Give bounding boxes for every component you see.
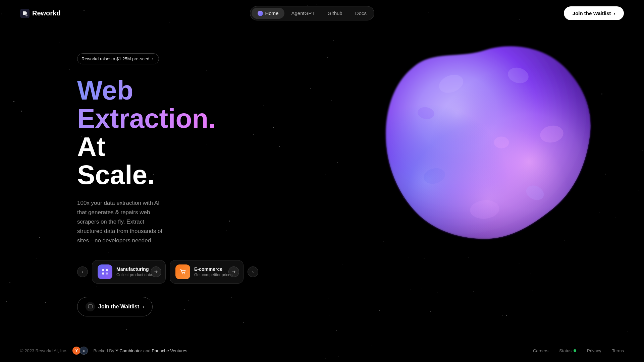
nav-github-label: Github	[328, 10, 342, 16]
svg-point-12	[524, 183, 546, 202]
manufacturing-desc: Collect product data	[116, 273, 152, 277]
svg-point-7	[184, 274, 185, 274]
ecommerce-action-button[interactable]	[228, 266, 239, 277]
nav-agentgpt-label: AgentGPT	[291, 10, 315, 16]
nav-cta-button[interactable]: Join the Waitlist ›	[564, 6, 624, 20]
svg-point-10	[506, 65, 530, 85]
hero-title-white: At Scale.	[77, 132, 155, 190]
careers-label: Careers	[533, 348, 548, 353]
nav-cta-label: Join the Waitlist	[573, 10, 611, 16]
nav-docs-label: Docs	[355, 10, 367, 16]
announcement-arrow: ›	[152, 57, 153, 61]
hero-cta-label: Join the Waitlist	[98, 304, 139, 310]
privacy-label: Privacy	[587, 348, 601, 353]
use-cases: ‹ Manufacturing Collect product data	[77, 260, 168, 284]
nav-cta-arrow: ›	[613, 11, 615, 16]
announcement-text: Reworkd raises a $1.25M pre-seed	[82, 56, 149, 61]
manufacturing-text: Manufacturing Collect product data	[116, 266, 152, 277]
blob-visual	[359, 17, 610, 268]
footer-privacy-link[interactable]: Privacy	[587, 348, 601, 353]
nav-links: Home AgentGPT Github Docs	[250, 6, 374, 20]
hero-title: Web Extraction. At Scale.	[77, 76, 168, 189]
svg-point-13	[422, 166, 447, 186]
svg-point-16	[494, 137, 509, 148]
svg-rect-8	[88, 305, 92, 308]
home-icon	[258, 11, 263, 16]
yc-badge-label: Y	[75, 349, 78, 353]
yc-link[interactable]: Y Combinator	[115, 348, 142, 353]
footer-terms-link[interactable]: Terms	[612, 348, 624, 353]
footer-badges: Y ◈	[72, 347, 88, 355]
navbar: Reworkd Home AgentGPT Github Docs Join t…	[0, 0, 644, 26]
panache-link[interactable]: Panache Ventures	[152, 348, 187, 353]
footer-copyright: © 2023 Reworkd AI, Inc.	[20, 348, 67, 353]
svg-point-15	[469, 199, 500, 220]
svg-rect-3	[106, 269, 108, 271]
svg-rect-5	[106, 273, 108, 275]
svg-point-9	[436, 72, 466, 96]
terms-label: Terms	[612, 348, 624, 353]
nav-docs[interactable]: Docs	[349, 8, 373, 19]
footer-status-link[interactable]: Status	[559, 348, 576, 353]
svg-point-1	[25, 14, 28, 16]
manufacturing-icon	[98, 264, 112, 279]
footer-careers-link[interactable]: Careers	[533, 348, 548, 353]
svg-rect-4	[102, 273, 104, 275]
svg-point-6	[182, 274, 183, 274]
hero-cta-arrow: ›	[143, 304, 144, 309]
cta-icon	[86, 302, 95, 311]
svg-point-11	[539, 124, 565, 144]
announcement-badge[interactable]: Reworkd raises a $1.25M pre-seed ›	[77, 53, 159, 64]
svg-point-14	[417, 106, 435, 120]
hero-section: Reworkd raises a $1.25M pre-seed › Web E…	[0, 26, 235, 316]
manufacturing-name: Manufacturing	[116, 266, 152, 272]
ecommerce-name: E-commerce	[194, 266, 232, 272]
logo-text: Reworkd	[32, 9, 60, 17]
footer-right: Careers Status Privacy Terms	[533, 348, 624, 353]
logo[interactable]: Reworkd	[20, 9, 60, 18]
ecommerce-desc: Get competitor prices	[194, 273, 232, 277]
svg-rect-2	[102, 269, 104, 271]
nav-home-label: Home	[265, 10, 278, 16]
footer-backed-text: Backed By Y Combinator and Panache Ventu…	[93, 348, 187, 353]
manufacturing-action-button[interactable]	[151, 266, 161, 277]
panache-badge: ◈	[80, 347, 88, 355]
prev-arrow-icon: ‹	[82, 269, 84, 275]
use-case-ecommerce[interactable]: E-commerce Get competitor prices	[170, 260, 244, 284]
panache-badge-label: ◈	[83, 349, 85, 353]
footer-left: © 2023 Reworkd AI, Inc. Y ◈ Backed By Y …	[20, 347, 187, 355]
use-cases-prev-button[interactable]: ‹	[77, 266, 88, 277]
hero-subtitle-text: 100x your data extraction with AI that g…	[77, 200, 162, 244]
logo-icon	[20, 9, 30, 18]
blob-svg	[359, 17, 610, 268]
footer: © 2023 Reworkd AI, Inc. Y ◈ Backed By Y …	[0, 339, 644, 362]
use-cases-next-button[interactable]: ›	[248, 266, 258, 277]
next-arrow-icon: ›	[252, 269, 254, 275]
status-indicator	[574, 349, 576, 352]
nav-agentgpt[interactable]: AgentGPT	[285, 8, 321, 19]
hero-title-gradient: Web Extraction.	[77, 75, 216, 133]
nav-github[interactable]: Github	[322, 8, 348, 19]
hero-cta-button[interactable]: Join the Waitlist ›	[77, 297, 153, 316]
hero-subtitle: 100x your data extraction with AI that g…	[77, 198, 168, 245]
yc-badge: Y	[72, 347, 80, 355]
ecommerce-text: E-commerce Get competitor prices	[194, 266, 232, 277]
ecommerce-icon	[175, 264, 190, 279]
status-label: Status	[559, 348, 572, 353]
nav-home[interactable]: Home	[252, 8, 284, 19]
use-case-manufacturing[interactable]: Manufacturing Collect product data	[92, 260, 166, 284]
